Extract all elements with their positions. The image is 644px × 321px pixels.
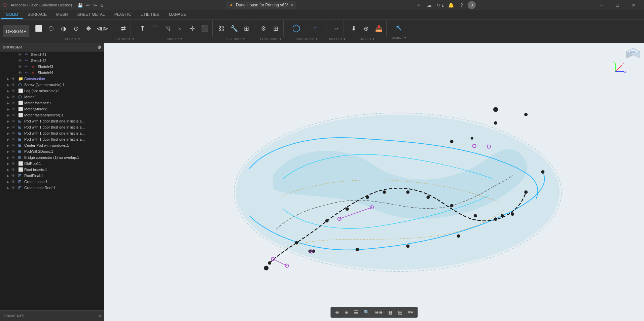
- tab-sheet-metal[interactable]: SHEET METAL: [72, 11, 109, 19]
- pattern-button[interactable]: ❋: [82, 21, 95, 36]
- visibility-icon[interactable]: 👁: [11, 95, 17, 99]
- list-item[interactable]: ▶ 👁 ⬜ Leg (not mirrorable):1: [0, 88, 104, 94]
- axis-button[interactable]: ↑: [306, 21, 325, 36]
- minimize-button[interactable]: ─: [594, 0, 609, 10]
- tab-mesh[interactable]: MESH: [51, 11, 73, 19]
- align-button[interactable]: ⬛: [199, 21, 211, 36]
- measure-button[interactable]: ↔: [330, 21, 342, 36]
- visibility-icon[interactable]: 👁: [11, 186, 17, 190]
- list-item[interactable]: ▶ 👁 ⬡ Screw (Not mirrorable):1: [0, 82, 104, 88]
- list-item[interactable]: ▶ 👁 ⬜ Roof inserts:1: [0, 167, 104, 173]
- list-item[interactable]: ▶ 👁 📁 Construction: [0, 76, 104, 82]
- orbit-button[interactable]: ⊕: [333, 308, 341, 316]
- display-mode-button[interactable]: ▦: [386, 308, 395, 316]
- hole-button[interactable]: ⊙: [70, 21, 82, 36]
- add-tab-button[interactable]: +: [414, 0, 423, 10]
- visibility-icon[interactable]: 👁: [11, 113, 17, 117]
- view-cube[interactable]: x y z BACK: [610, 46, 641, 77]
- sync-icon[interactable]: ↻ 1: [435, 0, 445, 10]
- save-button[interactable]: 💾: [76, 2, 84, 8]
- document-tab[interactable]: ● Dune House for Printing v63* ✕: [226, 1, 296, 9]
- look-button[interactable]: ☰: [352, 308, 360, 316]
- list-item[interactable]: ▶ 👁 ⊞ RoofFinal:1: [0, 173, 104, 179]
- list-item[interactable]: ▶ 👁 ⊞ GreenhouseRoof:1: [0, 185, 104, 191]
- configure-button[interactable]: ⚙: [257, 21, 270, 36]
- list-item[interactable]: ▶ 👁 ⊞ Center Pod with windows:1: [0, 142, 104, 148]
- more-button[interactable]: ≡▾: [406, 308, 415, 316]
- tab-close-button[interactable]: ✕: [290, 3, 294, 7]
- list-item[interactable]: ▶ 👁 ⊞ Pod with 1 door (first one in list…: [0, 136, 104, 142]
- fillet-button[interactable]: ⌒: [149, 21, 161, 36]
- chamfer-button[interactable]: ◹: [162, 21, 174, 36]
- plane-button[interactable]: ⬡: [287, 21, 306, 36]
- visibility-icon[interactable]: 👁: [11, 162, 17, 166]
- tab-manage[interactable]: MANAGE: [164, 11, 191, 19]
- visibility-icon[interactable]: 👁: [11, 101, 17, 105]
- list-item[interactable]: ▶ 👁 ⊞ PodWith2Doors:1: [0, 148, 104, 154]
- list-item[interactable]: ▶ 👁 ⬜ Motor fastener:1: [0, 100, 104, 106]
- list-item[interactable]: 👁 ✏ ⚠ Sketch44: [0, 70, 104, 76]
- assemble2-button[interactable]: 🔧: [228, 21, 240, 36]
- cloud-icon[interactable]: ☁: [425, 0, 434, 10]
- visibility-icon[interactable]: 👁: [11, 77, 17, 81]
- list-item[interactable]: ▶ 👁 ⬜ Motor(Mirror):1: [0, 106, 104, 112]
- tab-utilities[interactable]: UTILITIES: [136, 11, 164, 19]
- browser-settings-icon[interactable]: ⊕: [97, 44, 101, 50]
- extrude-button[interactable]: ⬡: [45, 21, 57, 36]
- tab-surface[interactable]: SURFACE: [23, 11, 51, 19]
- list-item[interactable]: 👁 ✏ Sketch41: [0, 51, 104, 58]
- shell-button[interactable]: ⬦: [174, 21, 186, 36]
- visibility-icon[interactable]: 👁: [18, 65, 24, 69]
- press-pull-button[interactable]: ⤒: [137, 21, 149, 36]
- canvas-area[interactable]: x y z BACK: [104, 43, 644, 321]
- insert3-button[interactable]: 📥: [373, 21, 385, 36]
- tab-plastic[interactable]: PLASTIC: [110, 11, 136, 19]
- visibility-icon[interactable]: 👁: [11, 149, 17, 153]
- insert-button[interactable]: ⬇: [348, 21, 360, 36]
- visibility-icon[interactable]: 👁: [11, 89, 17, 93]
- list-item[interactable]: ▶ 👁 ⊞ Pod with 1 door (first one in list…: [0, 118, 104, 124]
- visibility-icon[interactable]: 👁: [11, 174, 17, 178]
- visibility-icon[interactable]: 👁: [11, 143, 17, 147]
- visibility-icon[interactable]: 👁: [11, 125, 17, 129]
- pan-button[interactable]: ⊞: [343, 308, 351, 316]
- joint-button[interactable]: ⛓: [216, 21, 228, 36]
- table-button[interactable]: ⊞: [270, 21, 282, 36]
- visibility-icon[interactable]: 👁: [11, 180, 17, 184]
- new-component-button[interactable]: ⬜: [33, 21, 45, 36]
- close-button[interactable]: ✕: [626, 0, 641, 10]
- automate-button[interactable]: ⇄: [117, 21, 129, 36]
- visibility-icon[interactable]: 👁: [18, 59, 24, 63]
- visibility-icon[interactable]: 👁: [11, 155, 17, 159]
- tab-solid[interactable]: SOLID: [1, 11, 23, 19]
- list-item[interactable]: ▶ 👁 ⬜ OldRoof:1: [0, 160, 104, 167]
- insert2-button[interactable]: ⊕: [360, 21, 372, 36]
- ground-button[interactable]: ⊞: [241, 21, 253, 36]
- list-item[interactable]: ▶ 👁 ⊞ Pod with 1 door (first one in list…: [0, 124, 104, 130]
- grid-button[interactable]: ▤: [396, 308, 404, 316]
- zoom-fit-button[interactable]: ⊖⊕: [373, 308, 385, 316]
- list-item[interactable]: 👁 ✏ ⚠ Sketch43: [0, 64, 104, 70]
- redo-button[interactable]: ↪: [92, 2, 98, 8]
- list-item[interactable]: ▶ 👁 ⊞ Greenhouse:1: [0, 179, 104, 185]
- undo-button[interactable]: ↩: [85, 2, 91, 8]
- list-item[interactable]: ▶ 👁 ⬡ Motor:1: [0, 94, 104, 100]
- visibility-icon[interactable]: 👁: [11, 83, 17, 87]
- design-dropdown-button[interactable]: DESIGN ▾: [3, 25, 29, 37]
- notification-icon[interactable]: 🔔: [446, 0, 456, 10]
- maximize-button[interactable]: □: [610, 0, 625, 10]
- home-button[interactable]: ⌂: [99, 2, 104, 8]
- visibility-icon[interactable]: 👁: [18, 71, 24, 75]
- list-item[interactable]: ▶ 👁 ⊞ Bridge connector (1) no overlap:1: [0, 154, 104, 160]
- list-item[interactable]: 👁 ✏ Sketch42: [0, 58, 104, 64]
- comments-add-icon[interactable]: ⊕: [98, 314, 101, 318]
- mirror-button[interactable]: ⧏⧐: [95, 21, 110, 36]
- list-item[interactable]: ▶ 👁 ⊞ Pod with 1 door (first one in list…: [0, 130, 104, 136]
- zoom-button[interactable]: 🔍: [362, 308, 371, 316]
- user-avatar[interactable]: U: [468, 1, 476, 9]
- visibility-icon[interactable]: 👁: [11, 168, 17, 172]
- visibility-icon[interactable]: 👁: [18, 52, 24, 57]
- visibility-icon[interactable]: 👁: [11, 107, 17, 111]
- visibility-icon[interactable]: 👁: [11, 119, 17, 123]
- select-button[interactable]: ↖: [390, 20, 408, 36]
